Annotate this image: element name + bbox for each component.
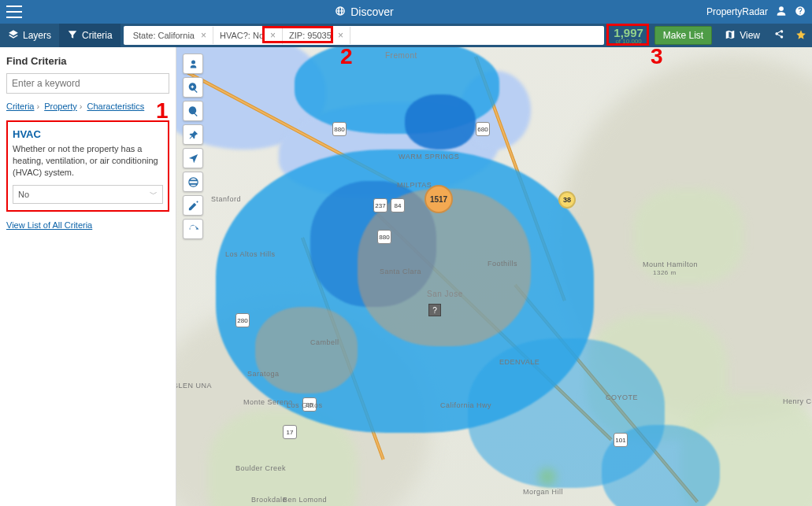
map-label: Morgan Hill [523, 488, 563, 496]
favorite-button[interactable] [790, 24, 812, 47]
hwy-shield: 84 [391, 198, 405, 212]
callout-num-2: 2 [340, 44, 353, 69]
keyword-input[interactable] [6, 73, 169, 94]
star-icon [795, 29, 806, 42]
map-icon [725, 29, 736, 42]
globe-icon [335, 6, 346, 19]
map-label: Santa Clara [380, 268, 421, 275]
close-icon[interactable]: × [270, 30, 276, 41]
page-title: Discover [22, 6, 706, 19]
chip-label: ZIP: 95035 [289, 31, 332, 40]
map-label: Brookdale [251, 496, 287, 504]
share-icon [773, 29, 784, 42]
page-title-text: Discover [350, 6, 393, 18]
criteria-title: HVAC [13, 128, 163, 140]
criteria-description: Whether or not the property has a heatin… [13, 143, 163, 179]
map-background: 880 680 237 84 280 880 85 17 101 Fremont… [176, 47, 812, 506]
breadcrumb-characteristics[interactable]: Characteristics [87, 102, 145, 111]
menu-icon[interactable] [6, 6, 22, 18]
hvac-select[interactable]: No ﹀ [13, 185, 163, 204]
close-icon[interactable]: × [338, 30, 343, 41]
globe-tool[interactable] [183, 172, 203, 192]
breadcrumb-criteria[interactable]: Criteria [6, 102, 34, 111]
chip-state[interactable]: State: California × [127, 27, 213, 44]
help-icon[interactable] [795, 6, 806, 19]
hwy-shield: 880 [332, 122, 347, 136]
view-label: View [740, 30, 760, 41]
hwy-shield: 280 [235, 313, 250, 327]
result-count-sub: of 10,000 [615, 39, 641, 45]
hwy-shield: 17 [283, 425, 297, 439]
map-label: WARM SPRINGS [399, 153, 459, 161]
unknown-marker[interactable]: ? [428, 304, 441, 316]
close-icon[interactable]: × [201, 30, 206, 41]
map-cluster[interactable]: 38 [558, 191, 576, 209]
topbar: Discover PropertyRadar [0, 0, 812, 24]
share-button[interactable] [768, 24, 790, 47]
map-tools [183, 54, 203, 239]
map-label: Boulder Creek [235, 464, 286, 472]
map[interactable]: 880 680 237 84 280 880 85 17 101 Fremont… [176, 47, 812, 506]
map-label: MILPITAS [397, 181, 432, 189]
layers-label: Layers [23, 30, 51, 41]
locate-owner-tool[interactable] [183, 54, 203, 74]
criteria-button[interactable]: Criteria [59, 24, 121, 47]
make-list-button[interactable]: Make List [654, 26, 712, 45]
chip-label: State: California [133, 31, 195, 40]
user-icon[interactable] [776, 6, 787, 19]
view-all-criteria-link[interactable]: View List of All Criteria [6, 220, 92, 230]
hwy-shield: 101 [614, 433, 628, 447]
draw-tool[interactable] [183, 195, 203, 216]
result-count-value: 1,997 [614, 27, 643, 39]
map-cluster[interactable]: 1517 [425, 185, 453, 213]
layers-icon [8, 29, 19, 42]
callout-num-3: 3 [651, 44, 663, 69]
map-label: GLEN UNA [176, 382, 212, 390]
criteria-hvac-box: HVAC Whether or not the property has a h… [6, 120, 169, 212]
hvac-select-value: No [18, 190, 29, 199]
map-cluster[interactable]: 2 [539, 468, 556, 486]
chevron-down-icon: ﹀ [150, 189, 158, 200]
layers-button[interactable]: Layers [0, 24, 59, 47]
sidebar: Find Criteria Criteria› Property› Charac… [0, 47, 176, 506]
map-label: Monte Sereno [243, 398, 293, 406]
map-label: Fremont [385, 51, 417, 60]
result-count: 1,997 of 10,000 [607, 24, 650, 47]
map-label: Saratoga [247, 370, 280, 378]
zoom-in-tool[interactable] [183, 77, 203, 98]
map-label: Mount Hamilton [643, 260, 698, 268]
chip-hvac[interactable]: HVAC?: No × [213, 27, 283, 44]
chip-label: HVAC?: No [220, 31, 264, 40]
callout-num-1: 1 [156, 98, 169, 124]
map-label: 1326 m [653, 269, 677, 276]
hwy-shield: 680 [476, 122, 490, 136]
view-button[interactable]: View [717, 24, 768, 47]
map-label: COYOTE [606, 393, 638, 401]
chip-zip[interactable]: ZIP: 95035 × [283, 27, 350, 44]
hwy-shield: 237 [373, 198, 387, 212]
filter-icon [67, 29, 78, 42]
criteria-label: Criteria [82, 30, 113, 41]
zoom-out-tool[interactable] [183, 101, 203, 121]
pin-tool[interactable] [183, 124, 203, 145]
navigate-tool[interactable] [183, 148, 203, 168]
breadcrumb-property[interactable]: Property [44, 102, 77, 111]
breadcrumb: Criteria› Property› Characteristics [6, 102, 169, 111]
map-label: EDENVALE [499, 358, 539, 366]
toolbar: Layers Criteria State: California × HVAC… [0, 24, 812, 47]
criteria-chips: State: California × HVAC?: No × ZIP: 950… [124, 26, 605, 45]
map-label: Los Altos Hills [225, 250, 276, 258]
refresh-tool[interactable] [183, 219, 203, 239]
map-label: California Hwy [440, 401, 491, 409]
map-label: Stanford [211, 195, 241, 203]
user-label: PropertyRadar [706, 6, 768, 17]
sidebar-heading: Find Criteria [6, 55, 169, 67]
map-label: San Jose [427, 290, 463, 298]
map-label: Ben Lomond [283, 496, 327, 504]
map-label: Foothills [488, 260, 517, 268]
map-label: Cambell [310, 338, 339, 346]
map-label: Henry Co [783, 397, 812, 405]
hwy-shield: 880 [377, 230, 391, 244]
